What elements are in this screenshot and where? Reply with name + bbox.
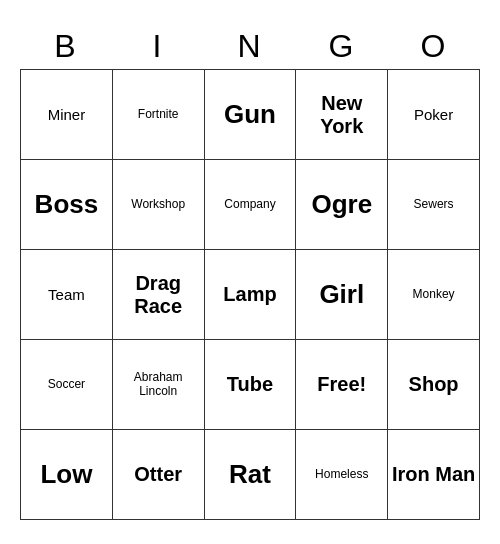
bingo-cell-13: Girl bbox=[296, 250, 388, 340]
cell-text-21: Otter bbox=[134, 463, 182, 486]
header-letter-o: O bbox=[388, 24, 480, 69]
header-letter-g: G bbox=[296, 24, 388, 69]
bingo-cell-15: Soccer bbox=[21, 340, 113, 430]
cell-text-7: Company bbox=[224, 198, 275, 212]
cell-text-13: Girl bbox=[319, 280, 364, 310]
bingo-cell-1: Fortnite bbox=[113, 70, 205, 160]
bingo-cell-19: Shop bbox=[388, 340, 480, 430]
bingo-cell-9: Sewers bbox=[388, 160, 480, 250]
cell-text-11: Drag Race bbox=[116, 272, 201, 318]
cell-text-16: Abraham Lincoln bbox=[116, 371, 201, 399]
bingo-cell-24: Iron Man bbox=[388, 430, 480, 520]
cell-text-17: Tube bbox=[227, 373, 273, 396]
bingo-cell-12: Lamp bbox=[205, 250, 297, 340]
bingo-header: BINGO bbox=[20, 24, 480, 69]
cell-text-22: Rat bbox=[229, 460, 271, 490]
header-letter-n: N bbox=[204, 24, 296, 69]
cell-text-15: Soccer bbox=[48, 378, 85, 392]
cell-text-12: Lamp bbox=[223, 283, 276, 306]
bingo-cell-8: Ogre bbox=[296, 160, 388, 250]
cell-text-5: Boss bbox=[35, 190, 99, 220]
cell-text-4: Poker bbox=[414, 106, 453, 123]
bingo-cell-17: Tube bbox=[205, 340, 297, 430]
header-letter-b: B bbox=[20, 24, 112, 69]
bingo-cell-4: Poker bbox=[388, 70, 480, 160]
bingo-cell-7: Company bbox=[205, 160, 297, 250]
cell-text-14: Monkey bbox=[413, 288, 455, 302]
bingo-cell-10: Team bbox=[21, 250, 113, 340]
cell-text-3: New York bbox=[299, 92, 384, 138]
cell-text-0: Miner bbox=[48, 106, 86, 123]
cell-text-9: Sewers bbox=[414, 198, 454, 212]
cell-text-19: Shop bbox=[409, 373, 459, 396]
bingo-cell-5: Boss bbox=[21, 160, 113, 250]
cell-text-10: Team bbox=[48, 286, 85, 303]
bingo-grid: MinerFortniteGunNew YorkPokerBossWorksho… bbox=[20, 69, 480, 520]
cell-text-23: Homeless bbox=[315, 468, 368, 482]
bingo-cell-21: Otter bbox=[113, 430, 205, 520]
bingo-cell-0: Miner bbox=[21, 70, 113, 160]
cell-text-6: Workshop bbox=[131, 198, 185, 212]
bingo-cell-23: Homeless bbox=[296, 430, 388, 520]
bingo-cell-16: Abraham Lincoln bbox=[113, 340, 205, 430]
cell-text-2: Gun bbox=[224, 100, 276, 130]
cell-text-8: Ogre bbox=[311, 190, 372, 220]
bingo-cell-3: New York bbox=[296, 70, 388, 160]
cell-text-18: Free! bbox=[317, 373, 366, 396]
bingo-cell-2: Gun bbox=[205, 70, 297, 160]
cell-text-20: Low bbox=[40, 460, 92, 490]
bingo-cell-6: Workshop bbox=[113, 160, 205, 250]
bingo-cell-20: Low bbox=[21, 430, 113, 520]
bingo-cell-22: Rat bbox=[205, 430, 297, 520]
bingo-cell-11: Drag Race bbox=[113, 250, 205, 340]
bingo-cell-14: Monkey bbox=[388, 250, 480, 340]
cell-text-24: Iron Man bbox=[392, 463, 475, 486]
bingo-cell-18: Free! bbox=[296, 340, 388, 430]
bingo-card: BINGO MinerFortniteGunNew YorkPokerBossW… bbox=[20, 24, 480, 520]
header-letter-i: I bbox=[112, 24, 204, 69]
cell-text-1: Fortnite bbox=[138, 108, 179, 122]
